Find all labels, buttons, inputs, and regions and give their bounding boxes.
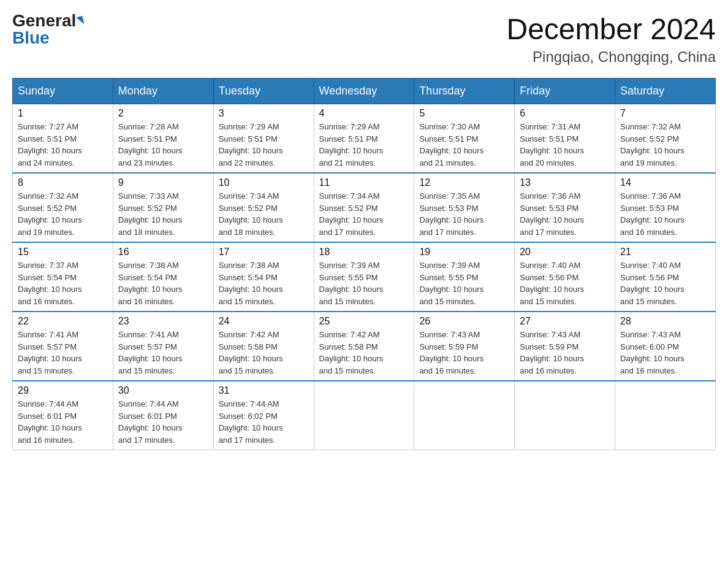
day-info: Sunrise: 7:39 AM Sunset: 5:55 PM Dayligh…: [419, 259, 509, 307]
list-item: 21Sunrise: 7:40 AM Sunset: 5:56 PM Dayli…: [615, 242, 716, 312]
day-number: 19: [419, 247, 509, 258]
day-number: 29: [18, 385, 108, 396]
day-info: Sunrise: 7:43 AM Sunset: 5:59 PM Dayligh…: [520, 329, 610, 377]
day-number: 9: [118, 177, 208, 188]
day-number: 16: [118, 247, 208, 258]
day-number: 14: [620, 177, 710, 188]
day-info: Sunrise: 7:34 AM Sunset: 5:52 PM Dayligh…: [219, 190, 309, 238]
list-item: 23Sunrise: 7:41 AM Sunset: 5:57 PM Dayli…: [113, 312, 213, 381]
logo: General Blue: [12, 12, 83, 47]
list-item: 4Sunrise: 7:29 AM Sunset: 5:51 PM Daylig…: [314, 104, 414, 174]
list-item: 22Sunrise: 7:41 AM Sunset: 5:57 PM Dayli…: [13, 312, 113, 381]
list-item: 15Sunrise: 7:37 AM Sunset: 5:54 PM Dayli…: [13, 242, 113, 312]
list-item: 29Sunrise: 7:44 AM Sunset: 6:01 PM Dayli…: [13, 381, 113, 450]
list-item: 13Sunrise: 7:36 AM Sunset: 5:53 PM Dayli…: [515, 173, 615, 242]
day-number: 18: [319, 247, 409, 258]
day-info: Sunrise: 7:27 AM Sunset: 5:51 PM Dayligh…: [18, 121, 108, 169]
list-item: 30Sunrise: 7:44 AM Sunset: 6:01 PM Dayli…: [113, 381, 213, 450]
day-info: Sunrise: 7:35 AM Sunset: 5:53 PM Dayligh…: [419, 190, 509, 238]
day-number: 13: [520, 177, 610, 188]
day-info: Sunrise: 7:40 AM Sunset: 5:56 PM Dayligh…: [620, 259, 710, 307]
day-number: 4: [319, 108, 409, 119]
table-row: 29Sunrise: 7:44 AM Sunset: 6:01 PM Dayli…: [13, 381, 716, 450]
header-thursday: Thursday: [414, 79, 515, 104]
day-info: Sunrise: 7:31 AM Sunset: 5:51 PM Dayligh…: [520, 121, 610, 169]
day-number: 30: [118, 385, 208, 396]
list-item: 31Sunrise: 7:44 AM Sunset: 6:02 PM Dayli…: [213, 381, 314, 450]
page-title: December 2024: [506, 12, 716, 46]
day-number: 23: [118, 316, 208, 327]
day-info: Sunrise: 7:44 AM Sunset: 6:01 PM Dayligh…: [18, 398, 108, 446]
header-friday: Friday: [515, 79, 615, 104]
table-row: 8Sunrise: 7:32 AM Sunset: 5:52 PM Daylig…: [13, 173, 716, 242]
day-number: 7: [620, 108, 710, 119]
title-block: December 2024 Pingqiao, Chongqing, China: [506, 12, 716, 66]
day-number: 1: [18, 108, 108, 119]
table-row: 15Sunrise: 7:37 AM Sunset: 5:54 PM Dayli…: [13, 242, 716, 312]
day-number: 3: [219, 108, 309, 119]
day-number: 2: [118, 108, 208, 119]
logo-triangle-icon: [77, 16, 85, 26]
day-info: Sunrise: 7:32 AM Sunset: 5:52 PM Dayligh…: [18, 190, 108, 238]
day-number: 25: [319, 316, 409, 327]
day-number: 31: [219, 385, 309, 396]
day-info: Sunrise: 7:42 AM Sunset: 5:58 PM Dayligh…: [219, 329, 309, 377]
list-item: 10Sunrise: 7:34 AM Sunset: 5:52 PM Dayli…: [213, 173, 314, 242]
day-number: 26: [419, 316, 509, 327]
list-item: [314, 381, 414, 450]
day-number: 10: [219, 177, 309, 188]
list-item: 8Sunrise: 7:32 AM Sunset: 5:52 PM Daylig…: [13, 173, 113, 242]
list-item: [515, 381, 615, 450]
day-number: 11: [319, 177, 409, 188]
calendar-table: Sunday Monday Tuesday Wednesday Thursday…: [12, 78, 716, 450]
header-sunday: Sunday: [13, 79, 113, 104]
list-item: 1Sunrise: 7:27 AM Sunset: 5:51 PM Daylig…: [13, 104, 113, 174]
day-info: Sunrise: 7:43 AM Sunset: 6:00 PM Dayligh…: [620, 329, 710, 377]
list-item: 25Sunrise: 7:42 AM Sunset: 5:58 PM Dayli…: [314, 312, 414, 381]
table-row: 1Sunrise: 7:27 AM Sunset: 5:51 PM Daylig…: [13, 104, 716, 174]
day-info: Sunrise: 7:42 AM Sunset: 5:58 PM Dayligh…: [319, 329, 409, 377]
day-info: Sunrise: 7:36 AM Sunset: 5:53 PM Dayligh…: [620, 190, 710, 238]
header-monday: Monday: [113, 79, 213, 104]
day-info: Sunrise: 7:43 AM Sunset: 5:59 PM Dayligh…: [419, 329, 509, 377]
logo-general-text: General: [12, 12, 76, 29]
day-info: Sunrise: 7:38 AM Sunset: 5:54 PM Dayligh…: [219, 259, 309, 307]
table-row: 22Sunrise: 7:41 AM Sunset: 5:57 PM Dayli…: [13, 312, 716, 381]
day-info: Sunrise: 7:40 AM Sunset: 5:56 PM Dayligh…: [520, 259, 610, 307]
page-header: General Blue December 2024 Pingqiao, Cho…: [12, 12, 716, 66]
list-item: 6Sunrise: 7:31 AM Sunset: 5:51 PM Daylig…: [515, 104, 615, 174]
list-item: 20Sunrise: 7:40 AM Sunset: 5:56 PM Dayli…: [515, 242, 615, 312]
list-item: 28Sunrise: 7:43 AM Sunset: 6:00 PM Dayli…: [615, 312, 716, 381]
day-number: 27: [520, 316, 610, 327]
page-subtitle: Pingqiao, Chongqing, China: [506, 48, 716, 66]
day-number: 22: [18, 316, 108, 327]
list-item: 12Sunrise: 7:35 AM Sunset: 5:53 PM Dayli…: [414, 173, 515, 242]
day-info: Sunrise: 7:37 AM Sunset: 5:54 PM Dayligh…: [18, 259, 108, 307]
header-row: Sunday Monday Tuesday Wednesday Thursday…: [13, 79, 716, 104]
day-info: Sunrise: 7:33 AM Sunset: 5:52 PM Dayligh…: [118, 190, 208, 238]
day-info: Sunrise: 7:38 AM Sunset: 5:54 PM Dayligh…: [118, 259, 208, 307]
list-item: 27Sunrise: 7:43 AM Sunset: 5:59 PM Dayli…: [515, 312, 615, 381]
day-info: Sunrise: 7:39 AM Sunset: 5:55 PM Dayligh…: [319, 259, 409, 307]
day-number: 15: [18, 247, 108, 258]
list-item: 3Sunrise: 7:29 AM Sunset: 5:51 PM Daylig…: [213, 104, 314, 174]
day-info: Sunrise: 7:34 AM Sunset: 5:52 PM Dayligh…: [319, 190, 409, 238]
list-item: 14Sunrise: 7:36 AM Sunset: 5:53 PM Dayli…: [615, 173, 716, 242]
list-item: 24Sunrise: 7:42 AM Sunset: 5:58 PM Dayli…: [213, 312, 314, 381]
day-info: Sunrise: 7:28 AM Sunset: 5:51 PM Dayligh…: [118, 121, 208, 169]
day-info: Sunrise: 7:44 AM Sunset: 6:02 PM Dayligh…: [219, 398, 309, 446]
day-number: 20: [520, 247, 610, 258]
list-item: 11Sunrise: 7:34 AM Sunset: 5:52 PM Dayli…: [314, 173, 414, 242]
day-number: 24: [219, 316, 309, 327]
day-number: 21: [620, 247, 710, 258]
day-number: 12: [419, 177, 509, 188]
day-number: 6: [520, 108, 610, 119]
header-saturday: Saturday: [615, 79, 716, 104]
list-item: [615, 381, 716, 450]
list-item: 16Sunrise: 7:38 AM Sunset: 5:54 PM Dayli…: [113, 242, 213, 312]
list-item: 18Sunrise: 7:39 AM Sunset: 5:55 PM Dayli…: [314, 242, 414, 312]
list-item: [414, 381, 515, 450]
day-info: Sunrise: 7:29 AM Sunset: 5:51 PM Dayligh…: [319, 121, 409, 169]
list-item: 26Sunrise: 7:43 AM Sunset: 5:59 PM Dayli…: [414, 312, 515, 381]
logo-blue-text: Blue: [12, 29, 50, 47]
